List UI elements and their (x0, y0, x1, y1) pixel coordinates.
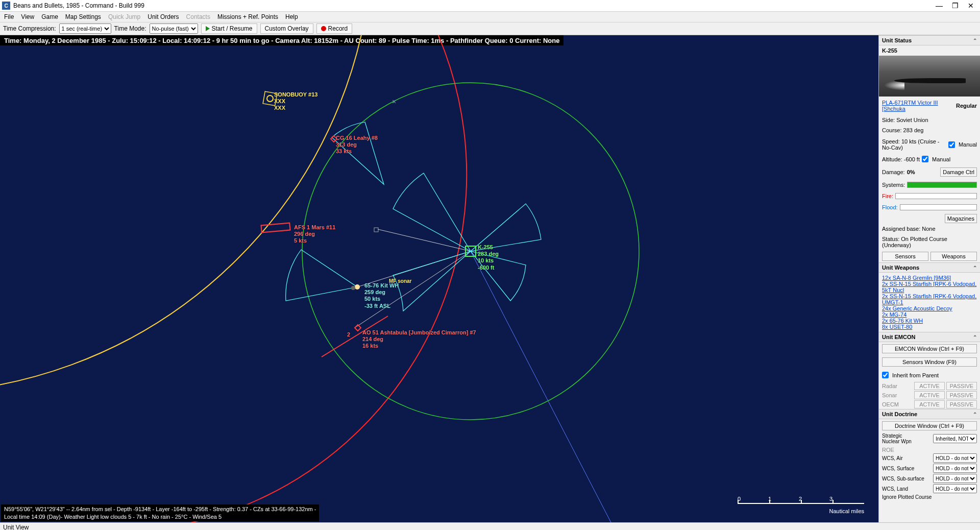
play-icon (206, 26, 210, 31)
radar-active-button[interactable]: ACTIVE (914, 382, 945, 390)
maximize-button[interactable]: ❐ (952, 2, 959, 10)
damage-value: 0% (907, 169, 915, 175)
oecm-active-button[interactable]: ACTIVE (914, 400, 945, 408)
time-compression-select[interactable]: 1 sec (real-time) (59, 23, 111, 34)
weapon-link[interactable]: 12x SA-N-8 Gremlin [9M36] (882, 275, 977, 281)
wcs-land-select[interactable]: HOLD - do not fire (933, 484, 977, 493)
unit-speed: Speed: 10 kts (Cruise - No-Cav) (882, 138, 946, 151)
weapon-link[interactable]: 2x MG-74 (882, 311, 977, 318)
app-icon: C (2, 2, 10, 10)
altitude-manual-checkbox[interactable] (922, 156, 928, 162)
map-overlay-svg: × (0, 35, 658, 522)
magazines-button[interactable]: Magazines (945, 214, 977, 223)
flood-bar (900, 204, 977, 210)
window-titlebar: C Beans and Bullets, 1985 - Command - Bu… (0, 0, 980, 12)
svg-text:×: × (392, 98, 396, 106)
unit-altitude: Altitude: -600 ft (882, 156, 920, 162)
unit-label-ashtabula[interactable]: AO 51 Ashtabula [Jumboized Cimarron] #7 … (362, 329, 476, 350)
time-compression-label: Time Compression: (3, 25, 56, 32)
wcs-air-select[interactable]: HOLD - do not fire (933, 453, 977, 463)
window-title: Beans and Bullets, 1985 - Command - Buil… (13, 2, 936, 9)
chevron-up-icon: ⌃ (973, 265, 977, 271)
unit-label-sonobuoy[interactable]: SONOBUOY #13 XXX XXX (274, 91, 317, 112)
record-icon (321, 26, 326, 31)
status-bar: Unit View (0, 522, 980, 530)
doctrine-window-button[interactable]: Doctrine Window (Ctrl + F9) (882, 421, 977, 430)
sonar-active-button[interactable]: ACTIVE (914, 391, 945, 399)
record-button[interactable]: Record (316, 23, 353, 34)
unit-proficiency: Regular (956, 103, 977, 109)
svg-point-6 (267, 95, 273, 102)
weapon-link[interactable]: 2x SS-N-15 Starfish [RPK-6 Vodopad, 5kT … (882, 281, 977, 293)
time-mode-label: Time Mode: (114, 25, 146, 32)
svg-rect-9 (374, 228, 378, 232)
selected-unit-name: K-255 (882, 47, 897, 54)
menu-view[interactable]: View (21, 13, 34, 20)
chevron-up-icon: ⌃ (973, 334, 977, 340)
chevron-up-icon: ⌃ (973, 412, 977, 417)
emcon-window-button[interactable]: EMCON Window (Ctrl + F9) (882, 344, 977, 353)
wcs-surface-select[interactable]: HOLD - do not fire (933, 464, 977, 473)
unit-side-panel: Unit Status⌃ K-255 PLA-671RTM Victor III… (878, 35, 980, 522)
minimize-button[interactable]: — (936, 2, 943, 10)
unit-emcon-header[interactable]: Unit EMCON⌃ (879, 332, 980, 342)
systems-bar (907, 182, 977, 188)
menu-missions-ref[interactable]: Missions + Ref. Points (217, 13, 278, 20)
wcs-subsurface-select[interactable]: HOLD - do not fire (933, 474, 977, 483)
menu-map-settings[interactable]: Map Settings (65, 13, 101, 20)
custom-overlay-button[interactable]: Custom Overlay (260, 23, 313, 34)
menu-contacts[interactable]: Contacts (186, 13, 210, 20)
unit-label-k255[interactable]: K-255 283 deg 10 kts -600 ft (478, 244, 499, 271)
svg-point-10 (355, 284, 360, 290)
weapon-link[interactable]: 24x Generic Acoustic Decoy (882, 305, 977, 311)
tactical-map[interactable]: Time: Monday, 2 December 1985 - Zulu: 15… (0, 35, 878, 522)
unit-weapons-header[interactable]: Unit Weapons⌃ (879, 262, 980, 273)
map-status-overlay: N59°55'06", W21°29'43" -- 2.64nm from se… (1, 504, 319, 521)
menu-game[interactable]: Game (41, 13, 58, 20)
svg-line-4 (471, 251, 612, 522)
sensors-button[interactable]: Sensors (882, 252, 928, 261)
oecm-passive-button[interactable]: PASSIVE (946, 400, 977, 408)
radar-passive-button[interactable]: PASSIVE (946, 382, 977, 390)
toolbar: Time Compression: 1 sec (real-time) Time… (0, 22, 980, 35)
unit-course: Course: 283 deg (879, 125, 980, 135)
damage-ctrl-button[interactable]: Damage Ctrl (940, 167, 977, 177)
scale-bar: 0 1 2 3 Nautical miles (738, 496, 864, 514)
weapon-link[interactable]: 2x 65-76 Kit WH (882, 318, 977, 324)
chevron-up-icon: ⌃ (973, 38, 977, 43)
strategic-nuclear-select[interactable]: Inherited, NOT GR (933, 434, 977, 443)
inherit-checkbox[interactable] (882, 372, 889, 378)
main-menubar: File View Game Map Settings Quick Jump U… (0, 12, 980, 22)
sensors-window-button[interactable]: Sensors Window (F9) (882, 357, 977, 367)
weapon-link[interactable]: 8x USET-80 (882, 324, 977, 330)
speed-manual-checkbox[interactable] (948, 141, 955, 148)
assigned-base: Assigned base: None (879, 224, 980, 234)
svg-line-1 (378, 229, 471, 251)
menu-quick-jump[interactable]: Quick Jump (108, 13, 140, 20)
sonar-passive-button[interactable]: PASSIVE (946, 391, 977, 399)
close-button[interactable]: ✕ (968, 2, 974, 10)
ashtabula-badge: 2 (347, 331, 350, 338)
weapons-button[interactable]: Weapons (930, 252, 977, 261)
unit-status-text: Status: On Plotted Course (Underway) (879, 234, 980, 250)
menu-file[interactable]: File (4, 13, 14, 20)
unit-doctrine-header[interactable]: Unit Doctrine⌃ (879, 409, 980, 419)
unit-status-header[interactable]: Unit Status⌃ (879, 35, 980, 45)
weapons-list: 12x SA-N-8 Gremlin [9M36] 2x SS-N-15 Sta… (879, 273, 980, 332)
menu-help[interactable]: Help (285, 13, 298, 20)
start-resume-button[interactable]: Start / Resume (201, 23, 257, 34)
svg-point-11 (351, 286, 355, 290)
unit-class-link[interactable]: PLA-671RTM Victor III [Shchuka (882, 100, 954, 112)
weapon-link[interactable]: 2x SS-N-15 Starfish [RPK-6 Vodopad, UMGT… (882, 293, 977, 305)
unit-label-kit[interactable]: 65-76 Kit WH 259 deg 50 kts -33 ft ASL (364, 282, 399, 309)
unit-label-mars[interactable]: AFS 1 Mars #11 296 deg 5 kts (294, 224, 335, 245)
fire-bar (895, 193, 977, 199)
menu-unit-orders[interactable]: Unit Orders (148, 13, 179, 20)
unit-label-leahy[interactable]: CG 16 Leahy #8 313 deg 33 kts (336, 135, 378, 155)
time-mode-select[interactable]: No-pulse (fast) (150, 23, 198, 34)
unit-side: Side: Soviet Union (879, 115, 980, 125)
unit-image (879, 56, 980, 97)
